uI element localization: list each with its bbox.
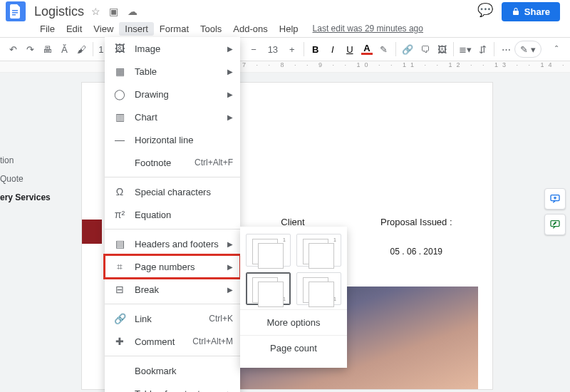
- undo-icon[interactable]: ↶: [4, 40, 21, 58]
- insert-link[interactable]: 🔗LinkCtrl+K: [105, 307, 240, 330]
- pagenum-style-top-right-skip-first[interactable]: 1: [296, 234, 341, 267]
- hline-icon: —: [112, 134, 128, 145]
- align-button[interactable]: ≣▾: [457, 40, 474, 58]
- insert-comment[interactable]: ✚CommentCtrl+Alt+M: [105, 330, 240, 353]
- document-title[interactable]: Logistics: [34, 4, 84, 19]
- bold-button[interactable]: B: [307, 40, 324, 58]
- menu-bar: File Edit View Insert Format Tools Add-o…: [0, 20, 570, 37]
- share-label: Share: [524, 6, 550, 17]
- outline-item[interactable]: Quote: [0, 170, 51, 188]
- add-comment-fab[interactable]: [544, 188, 566, 210]
- insert-page-numbers[interactable]: ⌗Page numbers▶: [105, 255, 240, 278]
- pagenumber-icon: ⌗: [112, 261, 128, 273]
- menu-format[interactable]: Format: [154, 22, 195, 36]
- menu-help[interactable]: Help: [274, 22, 304, 36]
- insert-chart[interactable]: ▥Chart▶: [105, 105, 240, 128]
- svg-rect-0: [12, 10, 18, 11]
- svg-rect-1: [12, 12, 18, 14]
- submenu-arrow-icon: ▶: [227, 113, 233, 121]
- font-size-field[interactable]: 13: [262, 44, 284, 55]
- break-icon: ⊟: [112, 284, 128, 295]
- pagenum-style-bottom-right-skip-first[interactable]: 1: [296, 272, 341, 305]
- insert-headers-footers[interactable]: ▤Headers and footers▶: [105, 232, 240, 255]
- insert-horizontal-line[interactable]: —Horizontal line: [105, 128, 240, 151]
- editing-mode-button[interactable]: ✎ ▾: [514, 41, 542, 58]
- cell: 05 . 06 . 2019: [355, 245, 478, 271]
- pi-icon: π²: [112, 209, 128, 220]
- share-button[interactable]: Share: [502, 2, 560, 21]
- insert-special-characters[interactable]: ΩSpecial characters: [105, 180, 240, 203]
- title-bar: Logistics ☆ ▣ ☁ 💬 Share: [0, 0, 570, 20]
- menu-view[interactable]: View: [88, 22, 119, 36]
- submenu-arrow-icon: ▶: [227, 68, 233, 76]
- insert-image[interactable]: 🖼Image▶: [105, 37, 240, 60]
- docs-logo-icon[interactable]: [6, 1, 26, 21]
- col-header: Client: [231, 217, 354, 227]
- submenu-arrow-icon: ▶: [227, 390, 233, 393]
- toolbar: ↶ ↷ 🖶 Ӑ 🖌 1 ▾ − 13 + B I U A ✎ 🔗 🗨 🖼 ≣▾ …: [0, 37, 570, 61]
- pagenum-style-bottom-right[interactable]: 1: [246, 272, 291, 305]
- col-header: Proposal Issued :: [355, 217, 478, 227]
- more-toolbar-button[interactable]: ⋯: [497, 40, 514, 58]
- insert-dropdown: 🖼Image▶ ▦Table▶ ◯Drawing▶ ▥Chart▶ —Horiz…: [105, 37, 240, 392]
- insert-table-of-contents[interactable]: Table of contents▶: [105, 382, 240, 392]
- cloud-status-icon[interactable]: ☁: [128, 6, 138, 17]
- text-color-button[interactable]: A: [358, 40, 375, 58]
- header-icon: ▤: [112, 238, 128, 249]
- insert-equation[interactable]: π²Equation: [105, 203, 240, 226]
- fontsize-decrement[interactable]: −: [245, 40, 262, 58]
- insert-link-icon[interactable]: 🔗: [399, 40, 416, 58]
- suggest-edits-fab[interactable]: [544, 214, 566, 235]
- insert-image-icon[interactable]: 🖼: [433, 40, 450, 58]
- paint-format-icon[interactable]: 🖌: [73, 40, 90, 58]
- fontsize-increment[interactable]: +: [284, 40, 301, 58]
- pagenum-style-top-right[interactable]: 1: [246, 234, 291, 267]
- lock-icon: [512, 7, 520, 16]
- pagenum-more-options[interactable]: More options: [240, 309, 347, 335]
- submenu-arrow-icon: ▶: [227, 263, 233, 271]
- decorative-bar: [82, 220, 102, 244]
- move-icon[interactable]: ▣: [109, 6, 118, 17]
- spellcheck-icon[interactable]: Ӑ: [56, 40, 73, 58]
- submenu-arrow-icon: ▶: [227, 286, 233, 294]
- menu-insert[interactable]: Insert: [119, 22, 154, 36]
- redo-icon[interactable]: ↷: [21, 40, 38, 58]
- title-icon-group: ☆ ▣ ☁: [88, 5, 140, 18]
- svg-rect-2: [12, 14, 16, 16]
- outline-item[interactable]: ery Services: [0, 188, 51, 207]
- menu-tools[interactable]: Tools: [195, 22, 227, 36]
- document-outline[interactable]: tion Quote ery Services: [0, 151, 51, 207]
- table-icon: ▦: [112, 66, 128, 77]
- insert-drawing[interactable]: ◯Drawing▶: [105, 83, 240, 105]
- highlight-color-button[interactable]: ✎: [375, 40, 393, 58]
- omega-icon: Ω: [112, 186, 128, 197]
- outline-item[interactable]: tion: [0, 151, 51, 170]
- menu-edit[interactable]: Edit: [61, 22, 88, 36]
- menu-file[interactable]: File: [34, 22, 61, 36]
- link-icon: 🔗: [112, 313, 128, 324]
- submenu-arrow-icon: ▶: [227, 240, 233, 248]
- insert-bookmark[interactable]: Bookmark: [105, 359, 240, 382]
- insert-break[interactable]: ⊟Break▶: [105, 278, 240, 301]
- horizontal-ruler[interactable]: 7 · · 8 · · 9 · · 10 · · 11 · · 12 · · 1…: [0, 61, 570, 73]
- open-comments-button[interactable]: 💬: [476, 2, 494, 21]
- submenu-arrow-icon: ▶: [227, 45, 233, 53]
- star-icon[interactable]: ☆: [91, 6, 100, 17]
- insert-footnote[interactable]: FootnoteCtrl+Alt+F: [105, 151, 240, 174]
- italic-button[interactable]: I: [324, 40, 341, 58]
- chart-icon: ▥: [112, 111, 128, 123]
- comment-icon: ✚: [112, 336, 128, 347]
- line-spacing-button[interactable]: ⇵: [474, 40, 491, 58]
- pagenum-page-count[interactable]: Page count: [240, 335, 347, 361]
- submenu-arrow-icon: ▶: [227, 91, 233, 98]
- underline-button[interactable]: U: [341, 40, 358, 58]
- collapse-toolbar-button[interactable]: ˆ: [547, 40, 566, 58]
- insert-table[interactable]: ▦Table▶: [105, 60, 240, 83]
- insert-comment-icon[interactable]: 🗨: [416, 40, 433, 58]
- image-icon: 🖼: [112, 43, 128, 54]
- last-edit-link[interactable]: Last edit was 29 minutes ago: [313, 24, 423, 33]
- drawing-icon: ◯: [112, 88, 128, 100]
- menu-addons[interactable]: Add-ons: [227, 22, 273, 36]
- print-icon[interactable]: 🖶: [38, 40, 56, 58]
- page-numbers-submenu: 1 1 1 1 More options Page count: [240, 227, 347, 368]
